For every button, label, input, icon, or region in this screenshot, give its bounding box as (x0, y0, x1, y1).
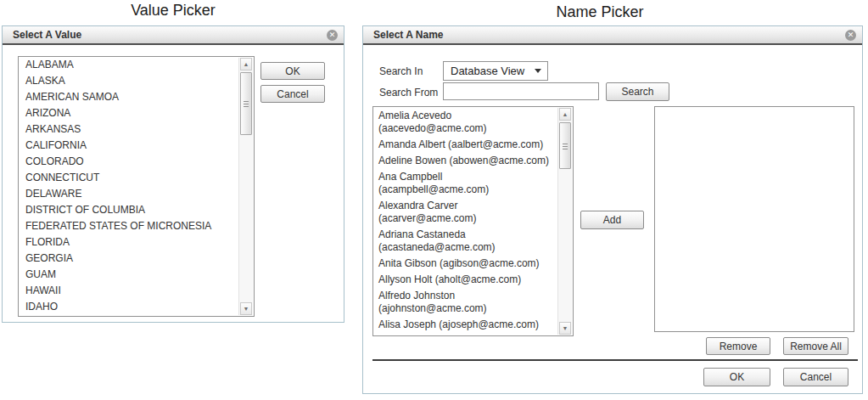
name-list-scrollbar[interactable]: ▲ ▼ (557, 108, 572, 335)
name-list-item[interactable]: Ana Campbell(acampbell@acme.com) (373, 169, 557, 198)
name-picker-titlebar: Select A Name ✕ (363, 26, 862, 45)
value-picker-dialog: Select A Value ✕ ALABAMAALASKAAMERICAN S… (2, 25, 344, 323)
close-icon[interactable]: ✕ (845, 30, 856, 41)
value-list-item[interactable]: DISTRICT OF COLUMBIA (19, 202, 238, 218)
search-button[interactable]: Search (606, 82, 669, 101)
value-list-item[interactable]: COLORADO (19, 154, 238, 170)
scrollbar-grip-icon (563, 144, 568, 149)
remove-all-button[interactable]: Remove All (783, 337, 848, 355)
value-list-item[interactable]: DELAWARE (19, 186, 238, 202)
value-list-item[interactable]: GUAM (19, 267, 238, 283)
search-from-input[interactable] (443, 82, 599, 100)
value-picker-titlebar: Select A Value ✕ (3, 26, 344, 45)
value-list-item[interactable]: ARKANSAS (19, 121, 238, 138)
value-list-item[interactable]: AMERICAN SAMOA (19, 89, 238, 105)
value-picker-heading: Value Picker (2, 2, 344, 20)
value-list-item[interactable]: ARIZONA (19, 105, 238, 121)
dialog-title: Select A Value (3, 29, 81, 41)
search-from-label: Search From (379, 87, 438, 99)
value-list-item[interactable]: GEORGIA (19, 251, 238, 267)
name-list-item[interactable]: Alfredo Johnston(ajohnston@acme.com) (373, 288, 557, 317)
name-list-item[interactable]: Anita Gibson (agibson@acme.com) (373, 256, 557, 272)
screen: Value Picker Select A Value ✕ ALABAMAALA… (0, 0, 868, 400)
name-list-item[interactable]: Allyson Holt (aholt@acme.com) (373, 272, 557, 288)
ok-button[interactable]: OK (703, 368, 770, 386)
name-list-item[interactable]: Alison Mckay (amckay@acme.com) (373, 333, 557, 335)
chevron-down-icon (535, 69, 541, 73)
value-list-scrollbar[interactable]: ▲ ▼ (238, 58, 253, 315)
scrollbar-thumb[interactable] (559, 122, 571, 169)
search-in-label: Search In (379, 65, 423, 77)
dialog-title: Select A Name (363, 29, 443, 41)
remove-button[interactable]: Remove (706, 337, 770, 355)
value-list-item[interactable]: FLORIDA (19, 234, 238, 251)
value-list: ALABAMAALASKAAMERICAN SAMOAARIZONAARKANS… (19, 57, 238, 316)
close-icon[interactable]: ✕ (327, 30, 338, 41)
cancel-button[interactable]: Cancel (260, 85, 325, 103)
scroll-up-icon[interactable]: ▲ (559, 108, 571, 121)
scroll-down-icon[interactable]: ▼ (559, 322, 571, 335)
cancel-button[interactable]: Cancel (783, 368, 848, 386)
name-list-item[interactable]: Alisa Joseph (ajoseph@acme.com) (373, 317, 557, 333)
name-list-item[interactable]: Alexandra Carver(acarver@acme.com) (373, 198, 557, 227)
search-in-selected-value: Database View (451, 65, 524, 77)
value-list-item[interactable]: CALIFORNIA (19, 138, 238, 154)
scrollbar-thumb[interactable] (240, 72, 252, 135)
name-list-item[interactable]: Adriana Castaneda(acastaneda@acme.com) (373, 227, 557, 256)
scrollbar-grip-icon (244, 101, 249, 107)
name-list-item[interactable]: Adeline Bowen (abowen@acme.com) (373, 153, 557, 169)
ok-button[interactable]: OK (260, 62, 325, 80)
scroll-up-icon[interactable]: ▲ (240, 58, 252, 70)
value-list-item[interactable]: IDAHO (19, 299, 238, 315)
add-button[interactable]: Add (580, 211, 644, 229)
search-in-dropdown[interactable]: Database View (443, 61, 548, 81)
scroll-down-icon[interactable]: ▼ (240, 302, 252, 315)
name-target-listbox[interactable] (654, 106, 854, 332)
name-list-item[interactable]: Amanda Albert (aalbert@acme.com) (373, 137, 557, 153)
value-list-item[interactable]: ALABAMA (19, 57, 238, 73)
name-list-item[interactable]: Amelia Acevedo(aacevedo@acme.com) (373, 108, 557, 137)
value-list-item[interactable]: ALASKA (19, 73, 238, 89)
value-list-item[interactable]: CONNECTICUT (19, 170, 238, 186)
value-list-item[interactable]: FEDERATED STATES OF MICRONESIA (19, 218, 238, 234)
name-picker-dialog: Select A Name ✕ Search In Database View … (362, 25, 863, 394)
name-source-listbox[interactable]: Amelia Acevedo(aacevedo@acme.com)Amanda … (372, 106, 574, 336)
name-picker-heading: Name Picker (362, 3, 837, 21)
footer-divider (372, 359, 858, 361)
name-list: Amelia Acevedo(aacevedo@acme.com)Amanda … (373, 108, 557, 335)
value-list-item[interactable]: HAWAII (19, 283, 238, 299)
value-listbox[interactable]: ALABAMAALASKAAMERICAN SAMOAARIZONAARKANS… (18, 56, 255, 317)
